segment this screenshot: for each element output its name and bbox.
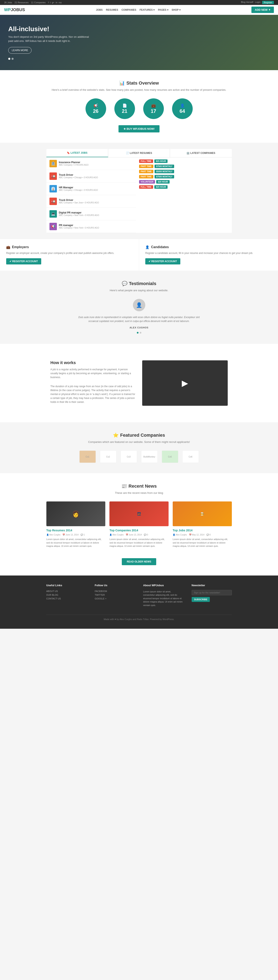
news-author-3: 👤 Alex Curghs: [173, 534, 187, 536]
employers-box: 💼 Employers Register an employer account…: [0, 239, 139, 270]
footer-follow-us: Follow Us FACEBOOK TWITTER GOOGLE +: [95, 584, 135, 609]
companies-row: Co1 Co2 Co3 BuildMonkey Co5 Co6: [4, 450, 274, 463]
login-link[interactable]: Login: [255, 1, 261, 4]
news-excerpt-1: Lorem ipsum dolor sit amet, consectetur …: [46, 538, 105, 548]
job-title-1: Insurance Planner: [59, 161, 133, 164]
how-title: How it works: [51, 360, 136, 365]
footer-about: About WPJobus Lorem ipsum dolor sit amet…: [143, 584, 183, 609]
tag-fulltime-2: FULL TIME: [139, 185, 153, 189]
featured-companies-section: ⭐ Featured Companies Companies which are…: [0, 422, 278, 473]
footer-twitter-link[interactable]: TWITTER: [95, 593, 135, 596]
how-it-works-section: How it works A job is a regular activity…: [0, 344, 278, 422]
news-author-2: 👤 Alex Curghs: [110, 534, 124, 536]
job-title-2: Truck Driver: [59, 173, 133, 177]
jobs-icon: 📢: [94, 103, 98, 108]
footer: Useful Links ABOUT US OUR BLOG CONTACT U…: [0, 576, 278, 629]
newsletter-title: Newsletter: [192, 584, 232, 587]
footer-link-about[interactable]: ABOUT US: [46, 590, 87, 592]
register-section: 💼 Employers Register an employer account…: [0, 239, 278, 270]
testimonial-text: Duis aute irure dolor in reprehenderit i…: [77, 315, 201, 323]
footer-link-blog[interactable]: OUR BLOG: [46, 593, 87, 596]
news-title: 📰 Recent News: [4, 484, 274, 489]
nav-shop[interactable]: SHOP ▾: [172, 8, 181, 11]
testimonial-dot-1[interactable]: [137, 332, 138, 334]
nav-jobs[interactable]: JOBS: [96, 8, 103, 11]
stat-resumes: 21 Resources: [14, 1, 29, 4]
job-avatar-1: 🏦: [49, 160, 57, 167]
news-image-3: 👨‍🍳: [173, 501, 232, 526]
stat-circle-jobs: 📢 26: [86, 99, 106, 119]
footer-link-contact[interactable]: CONTACT US: [46, 597, 87, 600]
nav-pages[interactable]: PAGES ▾: [158, 8, 168, 11]
job-meta-3: ABC Company • Chicago • 3 HOURS AGO: [59, 189, 133, 191]
tab-latest-companies[interactable]: 🏢 LATEST COMPANIES: [170, 149, 232, 157]
resume-tags: FULL TIME $25 HOUR PART TIME $7500 MONTH…: [136, 158, 232, 233]
employers-register-button[interactable]: ✔ REGISTER ACCOUNT: [6, 258, 41, 264]
tag-volunteer: VOLUNTEER: [139, 180, 155, 184]
tab-latest-jobs[interactable]: 🔖 LATEST JOBS: [46, 149, 108, 157]
testimonial-dot-2[interactable]: [140, 332, 141, 334]
job-avatar-4: 🚛: [49, 197, 57, 205]
about-title: About WPJobus: [143, 584, 183, 587]
twitter-icon[interactable]: t: [50, 1, 51, 4]
footer-useful-links: Useful Links ABOUT US OUR BLOG CONTACT U…: [46, 584, 87, 609]
hero-dot-2[interactable]: [11, 58, 14, 60]
jobs-number: 26: [93, 108, 98, 114]
resumes-icon: 📄: [122, 103, 127, 108]
salary-6: $20 HOUR: [154, 185, 168, 189]
buy-button[interactable]: ★ BUY WPJOBUS NOW!: [119, 125, 160, 132]
about-text: Lorem ipsum dolor sit amet, consectetur …: [143, 590, 183, 607]
news-title-2[interactable]: Top Companies 2014: [110, 529, 168, 532]
add-new-button[interactable]: ADD NEW ✦: [251, 6, 274, 13]
stat-circle-users: 👤 64: [172, 99, 193, 119]
blog-link[interactable]: Blog Herself: [241, 1, 253, 4]
testimonials-title: 💬 Testimonials: [4, 281, 274, 286]
follow-us-title: Follow Us: [95, 584, 135, 587]
news-meta-2: 👤 Alex Curghs 📅 June 13, 2014 💬 0: [110, 534, 168, 536]
footer-googleplus-link[interactable]: GOOGLE +: [95, 597, 135, 600]
table-row: 📢 PR manager ABC Company • New York • 3 …: [46, 220, 136, 233]
how-video[interactable]: ▶: [142, 360, 228, 406]
nav-resumes[interactable]: RESUMES: [106, 8, 118, 11]
stats-section: 📊 Stats Overview Here's a brief overview…: [0, 70, 278, 143]
newsletter-subscribe-button[interactable]: SUBSCRIBE: [192, 597, 210, 602]
rss-icon[interactable]: rss: [59, 1, 62, 4]
stats-icon: 📊: [119, 80, 125, 86]
news-title-1[interactable]: Top Resumes 2014: [46, 529, 105, 532]
tab-latest-resumes[interactable]: 📄 LATEST RESUMES: [108, 149, 170, 157]
site-logo[interactable]: WPJOBUS: [4, 8, 25, 12]
linkedin-icon[interactable]: in: [56, 1, 57, 4]
candidates-box: 👤 Candidates Register a candidate accoun…: [139, 239, 278, 270]
newsletter-input[interactable]: [192, 590, 232, 595]
job-meta-5: ABC Company • New York • 3 HOURS AGO: [59, 214, 133, 216]
nav-features[interactable]: FEATURES ▾: [140, 8, 154, 11]
news-card-1: 👩 Top Resumes 2014 👤 Alex Curghs 📅 June …: [46, 501, 105, 548]
candidates-icon: 👤: [145, 245, 149, 249]
table-row: 🚛 Truck Driver ABC Company • San Jose • …: [46, 195, 136, 208]
job-meta-1: ABC Company • 3 HOURS AGO: [59, 164, 133, 166]
footer-grid: Useful Links ABOUT US OUR BLOG CONTACT U…: [46, 584, 232, 609]
list-item: PART TIME $7500 MONTHLY: [139, 175, 229, 178]
learn-more-button[interactable]: LEARN MORE: [8, 47, 32, 54]
employers-title: 💼 Employers: [6, 245, 133, 249]
top-bar-stats: 26 Jobs 21 Resources 11 Companies f t g+…: [4, 1, 62, 4]
list-item: PART TIME $7500 MONTHLY: [139, 165, 229, 168]
footer-facebook-link[interactable]: FACEBOOK: [95, 590, 135, 592]
testimonial-dots: [4, 332, 274, 334]
news-comments-1: 💬 1: [81, 534, 85, 536]
candidates-register-button[interactable]: ✔ REGISTER ACCOUNT: [145, 258, 180, 264]
nav-companies[interactable]: COMPANIES: [121, 8, 136, 11]
facebook-icon[interactable]: f: [48, 1, 49, 4]
register-link[interactable]: Register: [262, 1, 274, 4]
news-meta-1: 👤 Alex Curghs 📅 June 13, 2014 💬 1: [46, 534, 105, 536]
testimonial-name: ALEX CUGHOS: [4, 326, 274, 329]
news-icon: 📰: [121, 484, 127, 489]
testimonials-section: 💬 Testimonials Here's what people are sa…: [0, 270, 278, 344]
googleplus-icon[interactable]: g+: [52, 1, 54, 4]
news-title-3[interactable]: Top Jobs 2014: [173, 529, 232, 532]
tag-parttime-2: PART TIME: [139, 170, 153, 173]
read-older-button[interactable]: READ OLDER NEWS: [122, 558, 156, 565]
hero-title: All-inclusive!: [8, 25, 91, 33]
hero-dot-1[interactable]: [8, 58, 10, 60]
nav-links: JOBS RESUMES COMPANIES FEATURES ▾ PAGES …: [96, 8, 181, 11]
